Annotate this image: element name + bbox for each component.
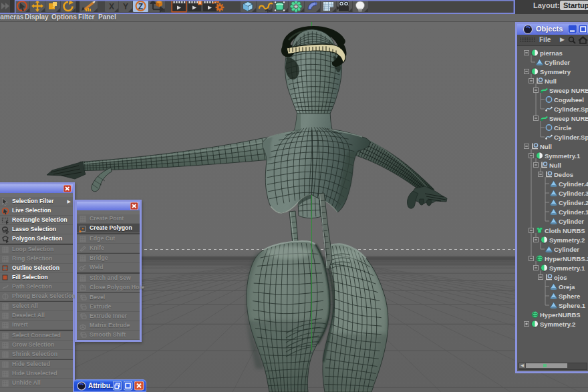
svg-text:ojos: ojos bbox=[554, 274, 567, 281]
svg-text:Sphere: Sphere bbox=[559, 292, 580, 300]
svg-text:Dedos: Dedos bbox=[554, 171, 573, 178]
svg-text:Cylinder: Cylinder bbox=[554, 246, 579, 253]
svg-text:Symmetry.2: Symmetry.2 bbox=[549, 236, 585, 244]
svg-text:HyperNURBS: HyperNURBS bbox=[540, 311, 581, 319]
svg-text:Z: Z bbox=[138, 2, 143, 11]
svg-text:Sphere.1: Sphere.1 bbox=[559, 302, 586, 309]
svg-text:Cylinder.1: Cylinder.1 bbox=[559, 208, 588, 216]
svg-text:Oreja: Oreja bbox=[559, 283, 575, 290]
svg-text:Null: Null bbox=[545, 77, 557, 85]
svg-text:Sweep NURBS: Sweep NURBS bbox=[549, 87, 588, 94]
svg-text:Symmetry.1: Symmetry.1 bbox=[549, 264, 585, 272]
svg-text:Startup: Startup bbox=[563, 1, 588, 9]
svg-text:X: X bbox=[109, 2, 114, 11]
svg-text:piernas: piernas bbox=[540, 49, 563, 57]
svg-text:Null: Null bbox=[540, 143, 552, 150]
svg-text:Symmetry.2: Symmetry.2 bbox=[540, 321, 575, 328]
svg-text:Cloth NURBS: Cloth NURBS bbox=[545, 227, 585, 234]
svg-text:Cylinder.Spl: Cylinder.Spl bbox=[554, 106, 588, 113]
svg-text:Sweep NURBS: Sweep NURBS bbox=[549, 115, 588, 122]
svg-text:HyperNURBS.2: HyperNURBS.2 bbox=[545, 255, 588, 262]
svg-text:Cylinder: Cylinder bbox=[545, 59, 570, 66]
svg-text:Y: Y bbox=[123, 2, 128, 11]
svg-text:Circle: Circle bbox=[554, 124, 571, 132]
svg-text:Cogwheel: Cogwheel bbox=[554, 96, 584, 104]
svg-text:Symmetry: Symmetry bbox=[540, 68, 571, 75]
svg-text:Layout:: Layout: bbox=[533, 1, 560, 9]
svg-text:Symmetry.1: Symmetry.1 bbox=[545, 152, 581, 160]
svg-text:Cylinder.2: Cylinder.2 bbox=[559, 199, 588, 206]
svg-text:Cylinder.4: Cylinder.4 bbox=[559, 180, 588, 188]
svg-text:Cylinder.Spl: Cylinder.Spl bbox=[554, 134, 588, 141]
svg-text:Null: Null bbox=[549, 162, 561, 169]
svg-text:Cylinder.3: Cylinder.3 bbox=[559, 190, 588, 197]
svg-text:Cylinder: Cylinder bbox=[559, 218, 584, 225]
